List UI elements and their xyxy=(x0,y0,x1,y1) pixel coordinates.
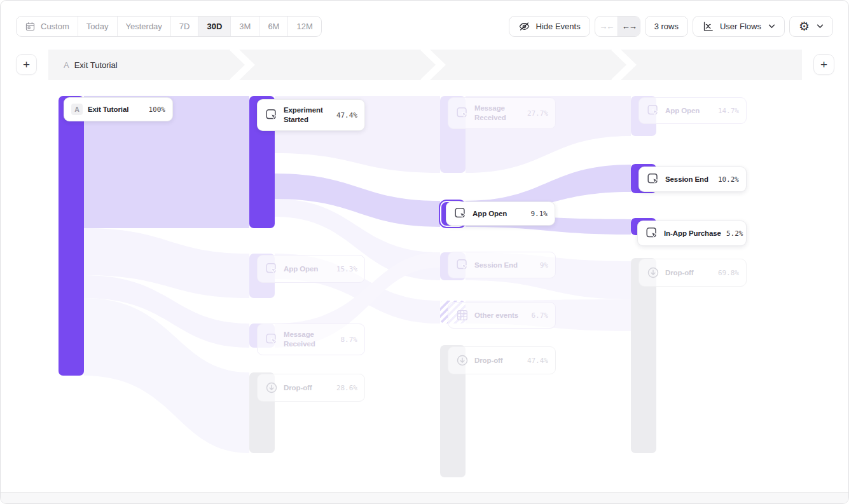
bottom-scroll-strip[interactable] xyxy=(1,492,848,503)
node-percent: 9.1% xyxy=(531,210,548,218)
arrows-expand-icon: ←→ xyxy=(622,22,636,31)
node-percent: 6.7% xyxy=(532,311,549,320)
toolbar-right: Hide Events →← ←→ 3 rows User Flows ⚙ xyxy=(509,16,833,37)
node-percent: 28.6% xyxy=(336,384,357,392)
expand-columns-button[interactable]: ←→ xyxy=(618,17,640,36)
node-card-dropoff-3[interactable]: Drop-off 47.4% xyxy=(448,346,556,374)
event-icon xyxy=(645,226,659,240)
node-label: Other events xyxy=(474,311,527,320)
node-label: App Open xyxy=(665,106,713,116)
node-label: App Open xyxy=(284,264,331,274)
flows-chart-icon xyxy=(702,20,714,32)
node-card-app-open-4[interactable]: App Open 14.7% xyxy=(638,97,747,124)
rows-button[interactable]: 3 rows xyxy=(645,16,688,37)
view-type-label: User Flows xyxy=(720,22,761,31)
arrows-collapse-icon: →← xyxy=(599,22,613,31)
node-card-other-events[interactable]: Other events 6.7% xyxy=(448,302,556,329)
node-percent: 15.3% xyxy=(336,265,357,273)
node-percent: 27.7% xyxy=(527,109,548,118)
node-label: Session End xyxy=(665,175,713,184)
node-bar-dropoff-4[interactable] xyxy=(631,258,656,453)
add-step-right-button[interactable]: + xyxy=(813,54,834,75)
column-separator-chevron xyxy=(230,50,255,80)
flow-header-band: A Exit Tutorial xyxy=(48,50,802,80)
node-label: Drop-off xyxy=(665,268,713,278)
date-range-12m[interactable]: 12M xyxy=(287,17,321,36)
eye-off-icon xyxy=(518,20,530,32)
event-badge-letter: A xyxy=(64,60,69,70)
node-percent: 9% xyxy=(540,261,548,269)
event-icon xyxy=(455,106,469,120)
node-card-message-received-2[interactable]: Message Received 8.7% xyxy=(257,324,365,355)
dropoff-icon xyxy=(265,381,279,395)
rows-label: 3 rows xyxy=(654,22,679,31)
node-label: Experiment Started xyxy=(284,106,331,125)
calendar-icon xyxy=(25,21,36,32)
node-card-app-open-2[interactable]: App Open 15.3% xyxy=(257,255,365,283)
node-card-app-open-3[interactable]: App Open 9.1% xyxy=(446,201,555,226)
node-card-exit-tutorial[interactable]: A Exit Tutorial 100% xyxy=(64,97,173,121)
node-card-experiment-started[interactable]: Experiment Started 47.4% xyxy=(257,99,365,131)
node-card-dropoff-2[interactable]: Drop-off 28.6% xyxy=(257,374,365,402)
column-separator-chevron xyxy=(420,50,446,80)
date-range-yesterday[interactable]: Yesterday xyxy=(117,17,170,36)
date-range-7d[interactable]: 7D xyxy=(170,17,198,36)
date-range-30d[interactable]: 30D xyxy=(198,17,230,36)
node-percent: 100% xyxy=(149,106,166,114)
view-type-dropdown[interactable]: User Flows xyxy=(693,16,785,37)
node-label: Exit Tutorial xyxy=(88,105,144,114)
event-badge: A xyxy=(71,104,83,115)
node-card-session-end-3[interactable]: Session End 9% xyxy=(448,252,556,278)
event-icon xyxy=(455,258,469,272)
node-bar-exit-tutorial[interactable] xyxy=(59,96,84,376)
node-card-dropoff-4[interactable]: Drop-off 69.8% xyxy=(638,259,747,287)
event-icon xyxy=(453,207,467,221)
column-separator-chevron xyxy=(611,50,637,80)
event-icon xyxy=(646,172,660,186)
hide-events-button[interactable]: Hide Events xyxy=(509,16,590,37)
gear-icon: ⚙ xyxy=(799,20,810,32)
event-icon xyxy=(265,262,279,276)
toolbar: Custom Today Yesterday 7D 30D 3M 6M 12M … xyxy=(16,16,833,37)
node-percent: 5.2% xyxy=(726,229,743,238)
settings-dropdown[interactable]: ⚙ xyxy=(789,16,833,37)
event-icon xyxy=(646,104,660,118)
node-percent: 14.7% xyxy=(718,107,739,115)
node-label: In-App Purchase xyxy=(664,229,721,238)
node-percent: 47.4% xyxy=(336,111,357,119)
node-card-in-app-purchase[interactable]: In-App Purchase 5.2% xyxy=(637,221,747,246)
node-label: Message Received xyxy=(284,330,336,349)
column-width-toggle: →← ←→ xyxy=(595,16,640,37)
node-card-message-received-3[interactable]: Message Received 27.7% xyxy=(448,97,556,129)
node-card-session-end-4[interactable]: Session End 10.2% xyxy=(638,167,747,192)
date-range-group: Custom Today Yesterday 7D 30D 3M 6M 12M xyxy=(16,16,322,37)
dropoff-icon xyxy=(455,353,469,367)
node-percent: 10.2% xyxy=(718,175,739,184)
node-label: Drop-off xyxy=(284,383,331,393)
hide-events-label: Hide Events xyxy=(536,22,581,31)
dropoff-icon xyxy=(646,266,660,280)
node-label: App Open xyxy=(473,209,526,219)
add-step-left-button[interactable]: + xyxy=(16,54,37,75)
chevron-down-icon xyxy=(817,24,824,29)
node-label: Message Received xyxy=(474,104,522,123)
node-percent: 47.4% xyxy=(527,357,548,365)
flow-title: Exit Tutorial xyxy=(74,60,118,70)
sankey-stage: A Exit Tutorial 100% Experiment Started … xyxy=(1,80,849,493)
date-range-6m[interactable]: 6M xyxy=(259,17,287,36)
event-icon xyxy=(265,332,279,346)
user-flows-app: Custom Today Yesterday 7D 30D 3M 6M 12M … xyxy=(0,0,849,504)
grid-icon xyxy=(455,308,469,322)
node-percent: 69.8% xyxy=(718,269,739,277)
date-range-label: Custom xyxy=(41,22,69,31)
flow-start-title: A Exit Tutorial xyxy=(64,50,118,80)
collapse-columns-button[interactable]: →← xyxy=(595,17,618,36)
date-range-3m[interactable]: 3M xyxy=(230,17,259,36)
date-range-today[interactable]: Today xyxy=(78,17,117,36)
event-icon xyxy=(265,108,279,122)
node-percent: 8.7% xyxy=(341,336,358,344)
chevron-down-icon xyxy=(768,24,775,29)
date-range-custom[interactable]: Custom xyxy=(17,17,78,36)
node-label: Drop-off xyxy=(474,356,522,365)
node-label: Session End xyxy=(474,261,535,270)
